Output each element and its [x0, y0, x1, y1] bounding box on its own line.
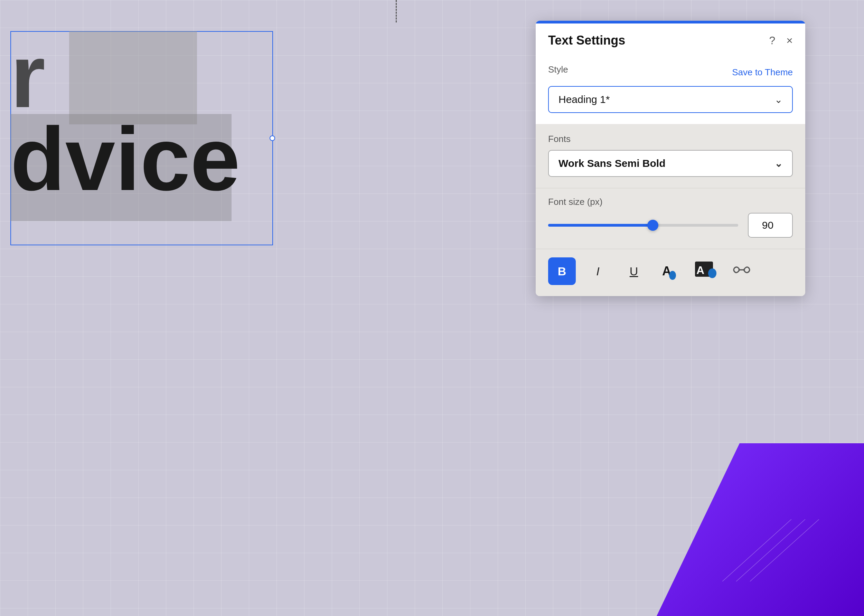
text-color-button[interactable]: A [656, 258, 684, 285]
slider-row [548, 213, 793, 238]
svg-line-1 [736, 519, 805, 581]
fonts-dropdown[interactable]: Work Sans Semi Bold ⌄ [548, 150, 793, 177]
highlight-button[interactable]: A [692, 258, 719, 285]
bold-button[interactable]: B [548, 258, 576, 285]
svg-point-7 [708, 269, 716, 278]
alignment-guide [396, 0, 397, 22]
style-dropdown-value: Heading 1* [559, 94, 610, 105]
fontsize-section: Font size (px) [536, 188, 805, 249]
svg-line-0 [722, 519, 792, 581]
font-size-slider[interactable] [548, 218, 738, 232]
close-button[interactable]: × [786, 35, 793, 46]
style-dropdown[interactable]: Heading 1* ⌄ [548, 86, 793, 113]
style-dropdown-chevron: ⌄ [774, 94, 782, 105]
fonts-section: Fonts Work Sans Semi Bold ⌄ [536, 124, 805, 188]
text-color-icon: A [661, 262, 679, 280]
italic-icon: I [596, 265, 599, 278]
purple-lines [722, 519, 819, 581]
svg-text:A: A [696, 264, 704, 277]
underline-button[interactable]: U [620, 258, 648, 285]
italic-button[interactable]: I [584, 258, 612, 285]
fonts-dropdown-chevron: ⌄ [774, 158, 782, 169]
link-icon [733, 264, 751, 279]
resize-handle[interactable] [269, 135, 275, 141]
style-section: Style Save to Theme Heading 1* ⌄ [536, 56, 805, 124]
panel-title-bar: Text Settings ? × [536, 24, 805, 56]
fontsize-label: Font size (px) [548, 196, 793, 207]
style-header-row: Style Save to Theme [548, 64, 793, 80]
fonts-label: Fonts [548, 134, 793, 145]
fontsize-input[interactable] [748, 213, 793, 238]
format-section: B I U A A [536, 249, 805, 296]
svg-point-4 [669, 271, 676, 280]
save-theme-button[interactable]: Save to Theme [732, 67, 793, 78]
panel-title-actions: ? × [769, 35, 793, 46]
slider-thumb[interactable] [647, 220, 658, 231]
panel-title: Text Settings [548, 33, 625, 48]
canvas-text-dvice: dvice [10, 114, 240, 204]
bold-icon: B [558, 265, 567, 278]
link-button[interactable] [728, 258, 755, 285]
panel-accent-bar [536, 21, 805, 24]
underline-icon: U [630, 265, 638, 278]
slider-track [548, 224, 738, 227]
text-settings-panel: Text Settings ? × Style Save to Theme He… [536, 21, 805, 296]
highlight-icon: A [694, 261, 717, 281]
style-label: Style [548, 64, 568, 75]
svg-line-2 [750, 519, 819, 581]
help-button[interactable]: ? [769, 35, 776, 46]
fonts-dropdown-value: Work Sans Semi Bold [559, 157, 666, 169]
